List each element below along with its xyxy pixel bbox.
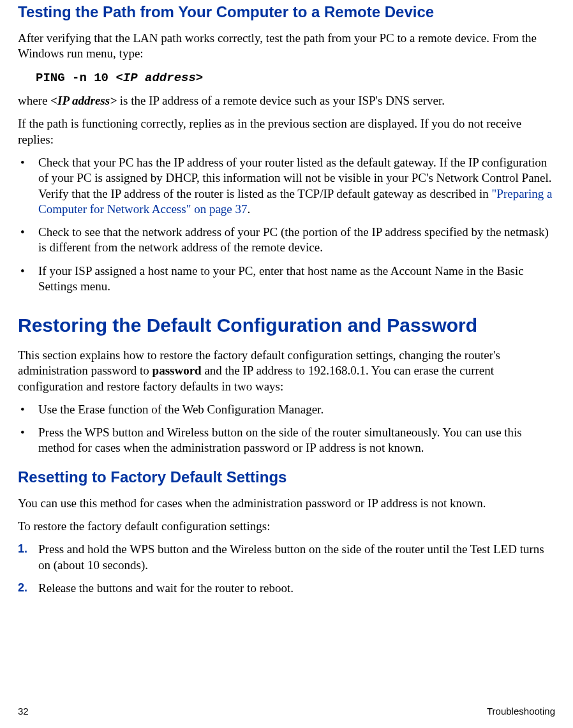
list-item: 2. Release the buttons and wait for the … <box>18 581 555 596</box>
text: If your ISP assigned a host name to your… <box>38 264 524 293</box>
text: Use the Erase function of the Web Config… <box>38 403 324 416</box>
bullet-list-restore-methods: Use the Erase function of the Web Config… <box>18 402 555 456</box>
heading-restoring-default: Restoring the Default Configuration and … <box>18 313 555 338</box>
list-item: If your ISP assigned a host name to your… <box>18 264 555 295</box>
text: Press the WPS button and Wireless button… <box>38 426 522 454</box>
text: Release the buttons and wait for the rou… <box>38 581 294 595</box>
heading-test-path: Testing the Path from Your Computer to a… <box>18 3 555 22</box>
page-footer: 32 Troubleshooting <box>18 706 555 717</box>
text: . <box>248 202 251 216</box>
para-if-path: If the path is functioning correctly, re… <box>18 116 555 147</box>
page-number: 32 <box>18 706 29 717</box>
para-restore-intro: This section explains how to restore the… <box>18 348 555 394</box>
default-password: password <box>153 364 202 377</box>
bullet-list-checks: Check that your PC has the IP address of… <box>18 155 555 295</box>
para-reset-intro: You can use this method for cases when t… <box>18 496 555 511</box>
text: Check that your PC has the IP address of… <box>38 156 552 200</box>
text: where <box>18 94 50 107</box>
para-reset-steps-intro: To restore the factory default configura… <box>18 519 555 534</box>
text: is the IP address of a remote device suc… <box>117 94 445 107</box>
list-item: Check that your PC has the IP address of… <box>18 155 555 217</box>
code-text: PING -n 10 < <box>36 71 123 85</box>
text: Press and hold the WPS button and the Wi… <box>38 542 544 571</box>
code-ping-command: PING -n 10 <IP address> <box>36 70 555 85</box>
step-number: 1. <box>18 542 27 556</box>
list-item: 1. Press and hold the WPS button and the… <box>18 542 555 573</box>
para-intro: After verifying that the LAN path works … <box>18 31 555 62</box>
list-item: Use the Erase function of the Web Config… <box>18 402 555 417</box>
numbered-steps: 1. Press and hold the WPS button and the… <box>18 542 555 596</box>
para-where: where <IP address> is the IP address of … <box>18 93 555 108</box>
list-item: Press the WPS button and Wireless button… <box>18 425 555 456</box>
footer-title: Troubleshooting <box>487 706 555 717</box>
step-number: 2. <box>18 581 27 595</box>
heading-resetting-factory: Resetting to Factory Default Settings <box>18 468 555 487</box>
text: Check to see that the network address of… <box>38 225 549 254</box>
code-param: IP address <box>123 71 196 85</box>
param-placeholder: <IP address> <box>50 94 117 107</box>
code-text-end: > <box>196 71 203 85</box>
list-item: Check to see that the network address of… <box>18 225 555 256</box>
